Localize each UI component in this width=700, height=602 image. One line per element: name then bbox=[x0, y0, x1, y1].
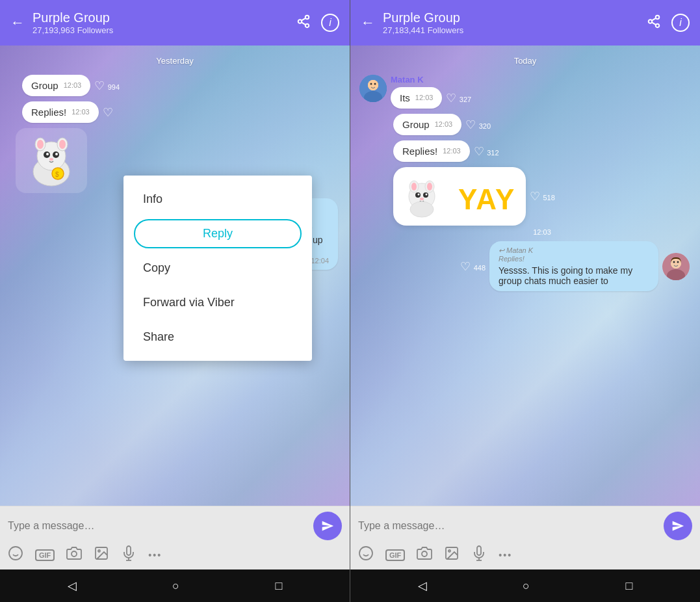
right-sender-matan: Matan K bbox=[391, 75, 471, 85]
right-image-icon[interactable] bbox=[444, 545, 460, 564]
left-image-icon[interactable] bbox=[94, 545, 109, 564]
left-nav-back[interactable]: ◁ bbox=[68, 579, 77, 593]
right-reply-indicator: ↩ Matan KReplies! bbox=[499, 246, 649, 263]
left-sticker-icon[interactable] bbox=[8, 545, 23, 564]
right-bubble-long: ↩ Matan KReplies! Yessss. This is going … bbox=[489, 241, 658, 291]
right-mic-icon[interactable] bbox=[471, 545, 487, 564]
left-nav-home[interactable]: ○ bbox=[172, 579, 179, 593]
svg-point-9 bbox=[37, 140, 44, 149]
left-bubble-replies: Replies! 12:03 bbox=[22, 101, 99, 123]
svg-line-29 bbox=[652, 22, 656, 25]
svg-point-41 bbox=[427, 183, 432, 190]
left-more-icon[interactable]: ••• bbox=[148, 550, 162, 560]
svg-point-21 bbox=[71, 551, 77, 556]
context-menu-reply[interactable]: Reply bbox=[134, 219, 302, 248]
left-send-button[interactable] bbox=[313, 512, 342, 540]
left-info-icon[interactable]: i bbox=[321, 14, 339, 32]
right-followers-count: 27,183,441 Followers bbox=[383, 25, 639, 35]
right-sticker-row: YAY! ♡ 518 bbox=[393, 167, 691, 226]
left-msg-group: Group 12:03 ♡ 994 bbox=[22, 75, 341, 96]
right-nav-bar: ◁ ○ □ bbox=[350, 569, 700, 602]
left-message-input[interactable] bbox=[8, 520, 307, 532]
right-gif-icon[interactable]: GIF bbox=[385, 549, 405, 561]
left-msg-replies: Replies! 12:03 ♡ bbox=[22, 101, 341, 123]
left-bottom-bar: GIF bbox=[0, 506, 350, 569]
context-menu-forward[interactable]: Forward via Viber bbox=[123, 285, 312, 320]
svg-point-54 bbox=[677, 261, 679, 263]
left-mic-icon[interactable] bbox=[121, 545, 136, 564]
right-like-replies[interactable]: ♡ 312 bbox=[474, 144, 499, 159]
right-input-row bbox=[358, 512, 692, 540]
left-header: ← Purple Group 27,193,963 Followers i bbox=[0, 0, 350, 46]
svg-text:$: $ bbox=[55, 171, 59, 178]
context-menu-info[interactable]: Info bbox=[123, 182, 312, 216]
svg-point-23 bbox=[98, 550, 100, 552]
left-like-replies[interactable]: ♡ bbox=[103, 105, 113, 120]
svg-point-44 bbox=[418, 194, 420, 196]
left-sticker: $ bbox=[16, 128, 87, 193]
svg-point-40 bbox=[411, 183, 417, 190]
right-nav-back[interactable]: ◁ bbox=[418, 579, 427, 593]
right-like-long[interactable]: ♡ 448 bbox=[460, 259, 486, 274]
left-chat-area: Yesterday Group 12:03 ♡ 994 Replies! 12:… bbox=[0, 46, 350, 506]
svg-point-0 bbox=[305, 15, 309, 19]
right-msg-group: Group 12:03 ♡ 320 bbox=[393, 114, 691, 135]
right-its-row: Its 12:03 ♡ 327 bbox=[391, 87, 471, 109]
right-send-button[interactable] bbox=[664, 512, 692, 540]
left-gif-icon[interactable]: GIF bbox=[35, 549, 55, 561]
right-camera-icon[interactable] bbox=[417, 545, 432, 564]
svg-point-14 bbox=[55, 153, 58, 155]
right-msg-long: ♡ 448 ↩ Matan KReplies! Yessss. This is … bbox=[359, 241, 690, 291]
left-back-button[interactable]: ← bbox=[10, 14, 25, 31]
right-avatar-female bbox=[662, 253, 690, 280]
right-nav-home[interactable]: ○ bbox=[523, 579, 530, 593]
context-menu-share[interactable]: Share bbox=[123, 320, 312, 354]
right-back-button[interactable]: ← bbox=[361, 14, 375, 31]
right-bubble-replies: Replies! 12:03 bbox=[393, 140, 470, 162]
svg-point-2 bbox=[305, 23, 309, 27]
left-toolbar: GIF bbox=[8, 545, 342, 564]
right-info-icon[interactable]: i bbox=[671, 14, 690, 32]
right-msg-its: Matan K Its 12:03 ♡ 327 bbox=[359, 75, 691, 109]
svg-point-55 bbox=[359, 547, 372, 560]
right-header-icons: i bbox=[647, 14, 690, 32]
right-more-icon[interactable]: ••• bbox=[499, 550, 512, 560]
right-chat-area: Today Matan K bbox=[350, 46, 700, 506]
right-avatar-matan bbox=[359, 75, 387, 102]
left-bubble-group: Group 12:03 bbox=[22, 75, 90, 96]
right-bubble-group: Group 12:03 bbox=[393, 114, 461, 135]
svg-line-30 bbox=[652, 18, 656, 20]
right-like-sticker[interactable]: ♡ 518 bbox=[530, 189, 555, 203]
svg-line-4 bbox=[302, 18, 305, 20]
right-nav-square[interactable]: □ bbox=[625, 579, 632, 593]
right-message-input[interactable] bbox=[358, 520, 657, 532]
left-camera-icon[interactable] bbox=[66, 545, 82, 564]
left-input-row bbox=[8, 512, 342, 540]
right-toolbar: GIF bbox=[358, 545, 692, 564]
right-chat-messages: Today Matan K bbox=[350, 46, 700, 506]
right-like-its[interactable]: ♡ 327 bbox=[446, 91, 471, 105]
svg-point-52 bbox=[671, 258, 681, 268]
svg-point-18 bbox=[9, 547, 22, 560]
right-matan-messages: Matan K Its 12:03 ♡ 327 bbox=[391, 75, 471, 109]
right-share-icon[interactable] bbox=[647, 14, 661, 32]
svg-point-26 bbox=[656, 15, 660, 19]
left-nav-square[interactable]: □ bbox=[275, 579, 282, 593]
left-share-icon[interactable] bbox=[296, 14, 311, 32]
right-date-label: Today bbox=[359, 56, 691, 66]
right-sticker-icon[interactable] bbox=[358, 545, 374, 564]
left-nav-bar: ◁ ○ □ bbox=[0, 569, 350, 602]
right-chat-title: Purple Group bbox=[383, 10, 639, 25]
context-menu: Info Reply Copy Forward via Viber Share bbox=[123, 176, 312, 361]
left-phone-panel: ← Purple Group 27,193,963 Followers i Ye… bbox=[0, 0, 350, 602]
svg-point-15 bbox=[49, 158, 53, 161]
left-followers-count: 27,193,963 Followers bbox=[32, 25, 289, 35]
context-menu-copy[interactable]: Copy bbox=[123, 251, 312, 285]
svg-point-34 bbox=[368, 80, 378, 90]
right-bubble-its: Its 12:03 bbox=[391, 87, 442, 109]
right-like-group[interactable]: ♡ 320 bbox=[465, 118, 491, 132]
left-header-info: Purple Group 27,193,963 Followers bbox=[32, 10, 289, 35]
svg-point-45 bbox=[426, 194, 428, 196]
left-like-group[interactable]: ♡ 994 bbox=[94, 79, 120, 93]
svg-point-13 bbox=[46, 153, 49, 155]
